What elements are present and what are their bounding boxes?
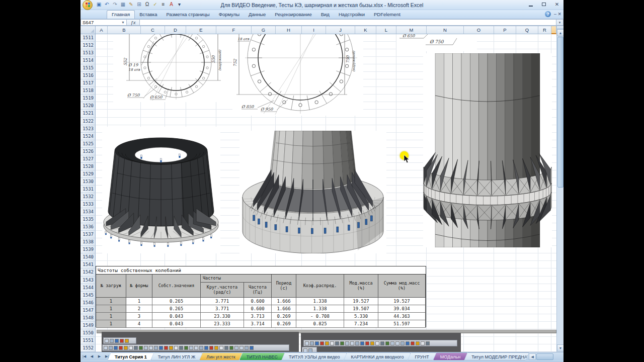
row-header-1531[interactable]: 1531 xyxy=(80,186,96,193)
workbook-window-controls[interactable]: – ✕ xyxy=(554,12,561,17)
row-header-1546[interactable]: 1546 xyxy=(80,299,96,307)
sheet-nav-0[interactable]: |◀ xyxy=(80,352,88,360)
row-header-1526[interactable]: 1526 xyxy=(80,148,96,155)
horizontal-scroll-thumb[interactable] xyxy=(536,353,553,360)
row-header-1527[interactable]: 1527 xyxy=(80,155,96,163)
diameter-labels-top-right[interactable]: Ø 650 Ø 750 xyxy=(396,34,477,51)
column-header-L[interactable]: L xyxy=(376,26,396,34)
row-header-1523[interactable]: 1523 xyxy=(80,125,96,133)
row-header-1547[interactable]: 1547 xyxy=(80,307,96,314)
fea-model-hinged-base[interactable] xyxy=(102,127,220,253)
column-header-I[interactable]: I xyxy=(302,26,326,34)
embedded-toolbar-screenshot-right[interactable] xyxy=(301,333,461,352)
modal-frequencies-table[interactable]: Частоты собственных колебаний № загруж№ … xyxy=(96,266,426,327)
sheet-tab-модальн[interactable]: МОДальн xyxy=(433,352,467,360)
row-header-1521[interactable]: 1521 xyxy=(80,110,96,117)
row-header-1519[interactable]: 1519 xyxy=(80,95,96,102)
row-header-1540[interactable]: 1540 xyxy=(80,253,96,261)
sheet-tab-титул-узлы-для-видео[interactable]: ТИТУЛ УЗЛЫ для видео xyxy=(282,352,347,360)
table-icon[interactable]: ▦ xyxy=(120,2,126,8)
name-box-dropdown-icon[interactable]: ▼ xyxy=(121,21,125,24)
check-icon[interactable]: ✓ xyxy=(152,2,158,8)
row-header-1541[interactable]: 1541 xyxy=(80,261,96,268)
restore-button[interactable] xyxy=(539,1,548,8)
row-header-1512[interactable]: 1512 xyxy=(80,42,96,49)
omega-icon[interactable]: Ω xyxy=(144,2,150,8)
row-header-1514[interactable]: 1514 xyxy=(80,57,96,64)
close-button[interactable]: ✕ xyxy=(552,1,561,8)
qat-more-icon[interactable]: ▾ xyxy=(176,2,183,8)
ribbon-tab-формулы[interactable]: Формулы xyxy=(214,11,244,19)
help-icon[interactable]: ? xyxy=(545,11,551,17)
insert-function-button[interactable]: ƒx xyxy=(127,19,140,26)
save-icon[interactable]: ▣ xyxy=(96,2,102,8)
select-all-corner[interactable] xyxy=(80,26,96,34)
row-header-1522[interactable]: 1522 xyxy=(80,118,96,125)
sheet-nav-2[interactable]: ▶ xyxy=(96,352,103,360)
scroll-up-icon[interactable]: ▲ xyxy=(557,29,564,36)
name-box[interactable]: S647 ▼ xyxy=(80,19,127,26)
column-header-G[interactable]: G xyxy=(252,26,276,34)
flange-drawing-middle[interactable]: 752 750 (наружный) 18 отв Ø 850 Ø 950 xyxy=(232,34,363,116)
column-header-O[interactable]: O xyxy=(464,26,494,34)
row-header-1545[interactable]: 1545 xyxy=(80,292,96,299)
column-header-Q[interactable]: Q xyxy=(516,26,538,34)
undo-icon[interactable]: ↶ xyxy=(104,2,110,8)
formula-input[interactable] xyxy=(140,19,556,26)
ribbon-tab-вид[interactable]: Вид xyxy=(316,11,334,19)
fea-model-base-on-pedestal[interactable] xyxy=(239,131,386,253)
ribbon-tab-надстройки[interactable]: Надстройки xyxy=(334,11,369,19)
row-header-1536[interactable]: 1536 xyxy=(80,223,96,231)
minimize-button[interactable] xyxy=(526,1,535,8)
sheet-tab-титул-моделир-преднатя[interactable]: Титул МОДЕЛИР ПРЕДНАТЯ xyxy=(464,352,529,360)
row-header-1548[interactable]: 1548 xyxy=(80,314,96,322)
row-header-1528[interactable]: 1528 xyxy=(80,163,96,170)
scroll-down-icon[interactable]: ▼ xyxy=(557,344,564,351)
horizontal-scrollbar[interactable]: ◀ ▶ xyxy=(529,352,564,360)
ribbon-tab-вставка[interactable]: Вставка xyxy=(135,11,162,19)
column-header-A[interactable]: A xyxy=(96,26,108,34)
row-header-1549[interactable]: 1549 xyxy=(80,322,96,329)
column-header-K[interactable]: K xyxy=(355,26,376,34)
sheet-tab-титул-навес[interactable]: ТИТУЛ НАВЕС xyxy=(239,352,285,360)
row-header-1520[interactable]: 1520 xyxy=(80,102,96,110)
lines-icon[interactable]: ≡ xyxy=(160,2,167,8)
sheet-nav-1[interactable]: ◀ xyxy=(88,352,96,360)
office-button[interactable] xyxy=(83,0,93,10)
row-header-1542[interactable]: 1542 xyxy=(80,268,96,276)
column-header-M[interactable]: M xyxy=(396,26,427,34)
row-header-1516[interactable]: 1516 xyxy=(80,72,96,79)
fea-model-flange-joint[interactable] xyxy=(423,53,552,247)
vertical-scrollbar[interactable]: ▲ ▼ xyxy=(556,26,564,352)
column-header-N[interactable]: N xyxy=(427,26,464,34)
font-color-icon[interactable]: A xyxy=(168,2,175,8)
row-header-1551[interactable]: 1551 xyxy=(80,337,96,344)
edit-cells-icon[interactable]: ✎ xyxy=(128,2,134,8)
ribbon-tab-данные[interactable]: Данные xyxy=(244,11,270,19)
ribbon-tab-разметка-страницы[interactable]: Разметка страницы xyxy=(162,11,214,19)
column-header-D[interactable]: D xyxy=(165,26,186,34)
row-header-1532[interactable]: 1532 xyxy=(80,193,96,201)
sheet-tab-картинки-для-вводного[interactable]: КАРТИНКИ для вводного xyxy=(344,352,411,360)
row-header-1515[interactable]: 1515 xyxy=(80,64,96,72)
column-header-P[interactable]: P xyxy=(494,26,516,34)
row-header-1525[interactable]: 1525 xyxy=(80,140,96,148)
row-header-1533[interactable]: 1533 xyxy=(80,201,96,208)
row-header-1518[interactable]: 1518 xyxy=(80,87,96,95)
column-header-C[interactable]: C xyxy=(141,26,165,34)
redo-icon[interactable]: ↷ xyxy=(112,2,118,8)
ribbon-tab-pdfelement[interactable]: PDFelement xyxy=(369,11,405,19)
embedded-toolbar-screenshot-left[interactable] xyxy=(102,332,299,352)
row-header-1517[interactable]: 1517 xyxy=(80,79,96,87)
row-header-1539[interactable]: 1539 xyxy=(80,246,96,253)
column-header-E[interactable]: E xyxy=(186,26,216,34)
cell-grid[interactable]: 552 550 (наружный) Ø 19 18 отв Ø 750 Ø 6… xyxy=(96,34,556,352)
sheet-tab-титул-серия-1[interactable]: Титул Серия 1 xyxy=(108,352,154,360)
row-header-1543[interactable]: 1543 xyxy=(80,277,96,284)
row-header-1530[interactable]: 1530 xyxy=(80,178,96,186)
sheet-tab-грунт[interactable]: ГРУНТ xyxy=(408,352,436,360)
column-header-R[interactable]: R xyxy=(538,26,551,34)
formula-bar-expand-icon[interactable]: ▾ xyxy=(556,19,564,26)
row-header-1537[interactable]: 1537 xyxy=(80,231,96,238)
flange-drawing-left[interactable]: 552 550 (наружный) Ø 19 18 отв Ø 750 Ø 6… xyxy=(113,34,242,102)
